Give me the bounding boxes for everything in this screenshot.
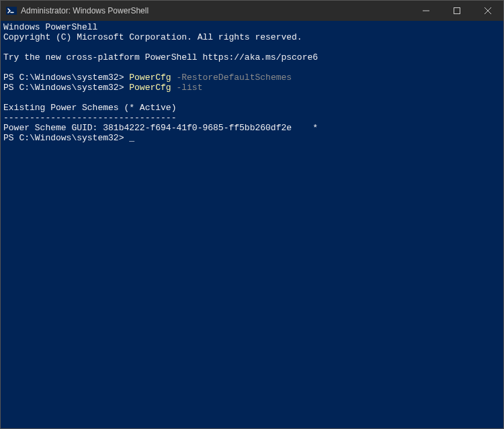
- prompt-line: PS C:\Windows\system32> _: [3, 133, 501, 143]
- blank-line: [3, 62, 501, 73]
- close-button[interactable]: [472, 1, 503, 21]
- prompt: PS C:\Windows\system32>: [3, 133, 129, 143]
- command-line-2: PS C:\Windows\system32> PowerCfg -list: [3, 83, 501, 93]
- command-line-1: PS C:\Windows\system32> PowerCfg -Restor…: [3, 73, 501, 83]
- command: PowerCfg: [129, 83, 171, 93]
- minimize-button[interactable]: [411, 1, 442, 21]
- prompt: PS C:\Windows\system32>: [3, 73, 129, 83]
- svg-rect-3: [454, 8, 460, 14]
- terminal-output[interactable]: Windows PowerShellCopyright (C) Microsof…: [1, 21, 503, 428]
- argument: -RestoreDefaultSchemes: [171, 73, 292, 83]
- window-controls: [411, 1, 503, 21]
- maximize-button[interactable]: [442, 1, 472, 21]
- output-line: Power Scheme GUID: 381b4222-f694-41f0-96…: [3, 123, 501, 133]
- command: PowerCfg: [129, 73, 171, 83]
- powershell-window: Administrator: Windows PowerShell Window…: [0, 0, 504, 429]
- try-new-line: Try the new cross-platform PowerShell ht…: [3, 52, 501, 62]
- output-line: ---------------------------------: [3, 113, 501, 123]
- blank-line: [3, 93, 501, 103]
- powershell-icon: [6, 5, 17, 16]
- copyright-line: Copyright (C) Microsoft Corporation. All…: [3, 32, 501, 42]
- blank-line: [3, 42, 501, 52]
- prompt: PS C:\Windows\system32>: [3, 83, 129, 93]
- titlebar[interactable]: Administrator: Windows PowerShell: [1, 1, 503, 21]
- svg-rect-0: [6, 7, 17, 15]
- argument: -list: [171, 83, 203, 93]
- output-line: Existing Power Schemes (* Active): [3, 103, 501, 113]
- window-title: Administrator: Windows PowerShell: [21, 6, 411, 15]
- header-line: Windows PowerShell: [3, 22, 501, 32]
- cursor[interactable]: _: [129, 133, 134, 143]
